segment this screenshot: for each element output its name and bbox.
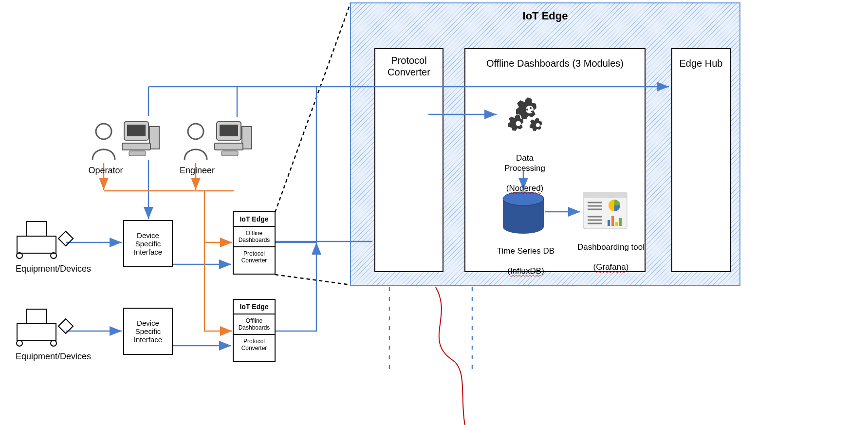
svg-line-2 (275, 3, 351, 212)
operator-icon (92, 124, 115, 160)
engineer-icon (185, 124, 207, 160)
iot-edge-small-1: IoT Edge Offline Dashboards Protocol Con… (233, 211, 276, 275)
svg-rect-30 (619, 218, 622, 226)
svg-point-49 (188, 124, 203, 139)
svg-rect-65 (27, 309, 46, 324)
iot-edge-small-2: IoT Edge Offline Dashboards Protocol Con… (233, 299, 276, 362)
edge-hub-title: Edge Hub (672, 57, 730, 69)
svg-rect-19 (583, 192, 627, 198)
dashboarding-tool-label: Dashboarding tool (Grafana) (572, 233, 650, 273)
svg-point-48 (96, 124, 111, 139)
svg-point-10 (530, 107, 532, 109)
equipment-icon (17, 222, 73, 259)
svg-rect-29 (615, 222, 618, 226)
svg-rect-53 (122, 143, 150, 150)
computer-icon (215, 122, 252, 156)
equipment-icon (17, 309, 73, 346)
offline-dashboards-title: Offline Dashboards (3 Modules) (465, 57, 645, 69)
svg-rect-51 (127, 125, 146, 136)
tsdb-label: Time Series DB (InfluxDB) (492, 237, 560, 277)
svg-point-11 (531, 111, 533, 112)
svg-rect-54 (129, 151, 146, 156)
svg-point-16 (503, 220, 544, 234)
computer-icon (122, 122, 159, 156)
svg-line-3 (275, 275, 351, 285)
svg-rect-58 (215, 143, 243, 150)
svg-rect-60 (17, 236, 56, 253)
protocol-converter-title: Protocol Converter (375, 55, 443, 78)
operator-label: Operator (84, 166, 128, 176)
iot-edge-title: IoT Edge (351, 10, 740, 22)
dsi-box-2: Device Specific Interface (123, 308, 173, 355)
svg-rect-56 (220, 125, 238, 136)
data-processing-label: Data Processing (Nodered) (496, 144, 554, 193)
svg-rect-61 (27, 222, 46, 236)
dsi-box-1: Device Specific Interface (123, 220, 173, 267)
svg-point-9 (526, 109, 528, 111)
equipment-label-2: Equipment/Devices (16, 351, 103, 362)
svg-rect-59 (222, 151, 238, 156)
svg-rect-5 (375, 49, 443, 272)
equipment-label-1: Equipment/Devices (16, 264, 103, 275)
svg-point-12 (516, 121, 521, 127)
svg-rect-64 (17, 324, 56, 341)
svg-rect-7 (672, 49, 730, 272)
svg-rect-27 (608, 220, 610, 226)
svg-rect-28 (611, 216, 614, 226)
engineer-label: Engineer (175, 166, 219, 176)
svg-point-13 (536, 123, 540, 127)
svg-point-17 (503, 192, 544, 205)
